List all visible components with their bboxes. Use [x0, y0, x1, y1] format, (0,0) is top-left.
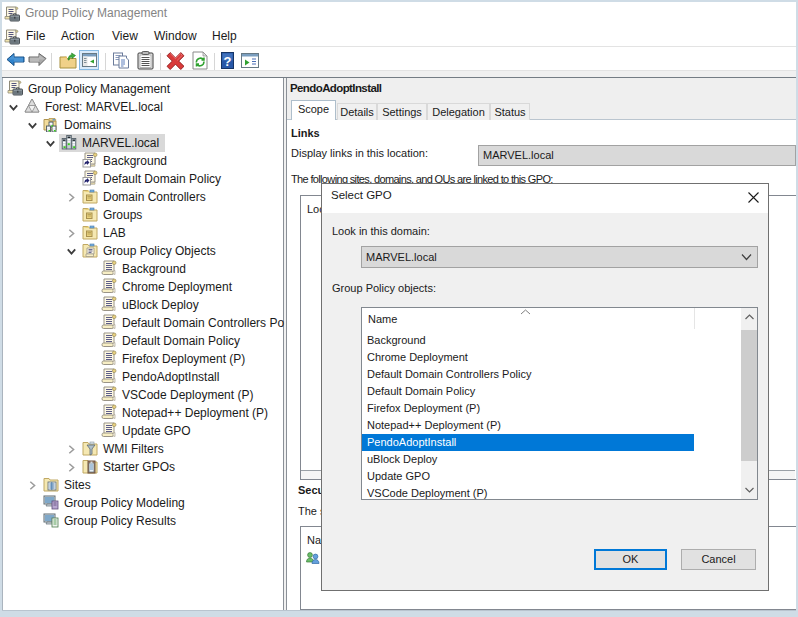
- svg-text:?: ?: [224, 54, 232, 69]
